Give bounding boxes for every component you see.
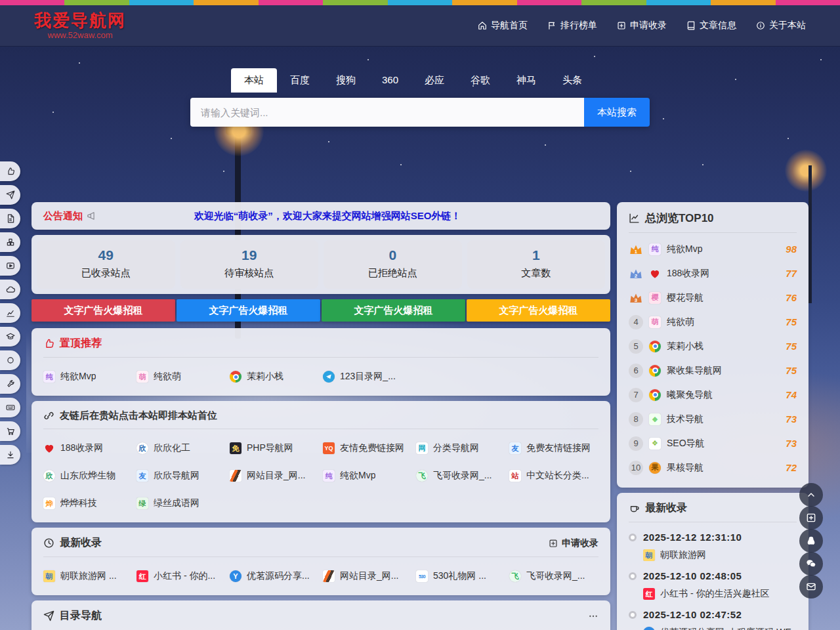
rank-badge: 10 bbox=[629, 461, 643, 475]
site-favicon: 烨 bbox=[43, 497, 55, 509]
site-link[interactable]: 烨烨烨科技 bbox=[43, 497, 133, 509]
stat-cell[interactable]: 0已拒绝站点 bbox=[324, 240, 462, 289]
site-favicon: 飞 bbox=[416, 470, 428, 482]
site-link[interactable]: 站中文站长分类... bbox=[509, 470, 598, 482]
search-tab-神马[interactable]: 神马 bbox=[503, 68, 549, 93]
latest-included-title: 最新收录 bbox=[60, 536, 102, 550]
dock-wrench-button[interactable] bbox=[0, 374, 20, 394]
ad-banner-3[interactable]: 文字广告火爆招租 bbox=[322, 299, 465, 322]
top10-row[interactable]: 5茉莉小栈75 bbox=[629, 334, 797, 358]
top10-row[interactable]: 6聚收集导航网75 bbox=[629, 358, 797, 383]
stat-cell[interactable]: 1文章数 bbox=[467, 240, 606, 289]
site-link[interactable]: 网站目录_网... bbox=[323, 570, 412, 582]
top10-row[interactable]: 3樱樱花导航76 bbox=[629, 285, 797, 310]
dock-graduation-cap-button[interactable] bbox=[0, 327, 20, 346]
float-plus-square-button[interactable] bbox=[799, 506, 823, 530]
nav-item-4[interactable]: 文章信息 bbox=[686, 20, 736, 32]
site-favicon: 萌 bbox=[649, 316, 661, 328]
site-link[interactable]: 欣欣欣化工 bbox=[136, 442, 226, 454]
float-qq-button[interactable] bbox=[799, 529, 823, 553]
dock-download-button[interactable] bbox=[0, 445, 20, 465]
search-tab-头条[interactable]: 头条 bbox=[549, 68, 595, 93]
site-favicon: 免 bbox=[230, 442, 242, 454]
top10-row[interactable]: 8◆技术导航73 bbox=[629, 407, 797, 431]
plus-square-icon bbox=[549, 539, 558, 548]
rank-badge: 1 bbox=[629, 242, 643, 257]
stat-cell[interactable]: 49已收录站点 bbox=[37, 240, 175, 289]
site-link[interactable]: 友欣欣导航网 bbox=[136, 470, 226, 482]
nav-item-3[interactable]: 申请收录 bbox=[617, 20, 667, 32]
site-link[interactable]: 纯纯欲Mvp bbox=[43, 371, 133, 383]
site-name: 纯欲萌 bbox=[154, 371, 181, 383]
nav-item-5[interactable]: 关于本站 bbox=[756, 20, 806, 32]
top10-row[interactable]: 10果果核导航72 bbox=[629, 455, 797, 480]
site-link[interactable]: 188收录网 bbox=[43, 442, 133, 454]
dock-circle-button[interactable] bbox=[0, 350, 20, 370]
dock-cloud-button[interactable] bbox=[0, 280, 20, 299]
site-name: 山东欣烨生物 bbox=[60, 470, 116, 482]
nav-item-2[interactable]: 排行榜单 bbox=[547, 20, 597, 32]
site-name: 朝联旅游网 bbox=[660, 549, 706, 561]
stat-cell[interactable]: 19待审核站点 bbox=[180, 240, 319, 289]
announcement-text[interactable]: 欢迎光临“萌收录”，欢迎大家来提交网站增强网站SEO外链！ bbox=[96, 210, 598, 222]
dock-keyboard-button[interactable] bbox=[0, 398, 20, 417]
site-link[interactable]: 网分类导航网 bbox=[416, 442, 505, 454]
site-link[interactable]: 网站目录_网... bbox=[230, 470, 319, 482]
search-button[interactable]: 本站搜索 bbox=[584, 98, 650, 127]
timeline-dot-icon bbox=[629, 611, 637, 619]
dock-file-button[interactable] bbox=[0, 209, 20, 228]
site-link[interactable]: 朝朝联旅游网 ... bbox=[43, 570, 133, 582]
site-link[interactable]: 欣山东欣烨生物 bbox=[43, 470, 133, 482]
timeline-site-link[interactable]: Y优茗源码分享网-小程序源码-WE... bbox=[643, 627, 797, 630]
site-link[interactable]: Y优茗源码分享... bbox=[230, 570, 319, 582]
latest-included-list: 朝朝联旅游网 ...红小红书 - 你的...Y优茗源码分享...网站目录_网..… bbox=[43, 570, 598, 582]
float-wechat-button[interactable] bbox=[799, 552, 823, 576]
site-link[interactable]: 萌纯欲萌 bbox=[136, 371, 226, 383]
site-link[interactable]: 绿绿丝成语网 bbox=[136, 497, 226, 509]
site-link[interactable]: YQ友情免费链接网 bbox=[323, 442, 412, 454]
ad-banner-1[interactable]: 文字广告火爆招租 bbox=[32, 299, 175, 322]
friend-links-panel: 友链后在贵站点击本站即排本站首位 188收录网欣欣欣化工免PHP导航网YQ友情免… bbox=[32, 401, 610, 522]
search-tab-必应[interactable]: 必应 bbox=[411, 68, 457, 93]
search-tab-360[interactable]: 360 bbox=[369, 68, 411, 93]
search-tab-本站[interactable]: 本站 bbox=[231, 68, 277, 93]
dock-paper-plane-button[interactable] bbox=[0, 185, 20, 205]
nav-item-1[interactable]: 导航首页 bbox=[478, 20, 528, 32]
top10-row[interactable]: 7曦聚兔导航74 bbox=[629, 383, 797, 407]
site-link[interactable]: 飞飞哥收录网_... bbox=[509, 570, 598, 582]
rank-badge: 5 bbox=[629, 339, 643, 354]
timeline-site-link[interactable]: 红小红书 - 你的生活兴趣社区 bbox=[643, 588, 797, 600]
link-icon bbox=[43, 410, 54, 421]
apply-inclusion-link[interactable]: 申请收录 bbox=[549, 537, 598, 549]
top10-row[interactable]: 4萌纯欲萌75 bbox=[629, 310, 797, 334]
site-link[interactable]: 红小红书 - 你的... bbox=[136, 570, 226, 582]
more-options-icon[interactable] bbox=[588, 611, 598, 621]
site-logo[interactable]: 我爱导航网 www.52waw.com bbox=[34, 11, 126, 41]
ad-banner-2[interactable]: 文字广告火爆招租 bbox=[177, 299, 320, 322]
strip-segment bbox=[711, 0, 775, 5]
float-mail-button[interactable] bbox=[799, 575, 823, 598]
site-link[interactable]: 123目录网_... bbox=[323, 371, 412, 383]
top10-row[interactable]: 1纯纯欲Mvp98 bbox=[629, 237, 797, 261]
float-chevron-up-button[interactable] bbox=[799, 483, 823, 507]
dock-cubes-button[interactable] bbox=[0, 232, 20, 252]
dock-thumbs-up-button[interactable] bbox=[0, 161, 20, 181]
search-tab-谷歌[interactable]: 谷歌 bbox=[457, 68, 503, 93]
site-link[interactable]: 纯纯欲Mvp bbox=[323, 470, 412, 482]
ad-banner-4[interactable]: 文字广告火爆招租 bbox=[467, 299, 610, 322]
search-input[interactable] bbox=[190, 98, 584, 127]
dock-chart-line-button[interactable] bbox=[0, 303, 20, 323]
site-link[interactable]: 530530礼物网 ... bbox=[416, 570, 505, 582]
dock-video-button[interactable] bbox=[0, 256, 20, 276]
dock-cart-button[interactable] bbox=[0, 421, 20, 441]
search-tab-百度[interactable]: 百度 bbox=[277, 68, 323, 93]
site-link[interactable]: 友免费友情链接网 bbox=[509, 442, 598, 454]
site-link[interactable]: 茉莉小栈 bbox=[230, 371, 319, 383]
top10-row[interactable]: 9❖SEO导航73 bbox=[629, 431, 797, 455]
site-link[interactable]: 飞飞哥收录网_... bbox=[416, 470, 505, 482]
timeline-site-link[interactable]: 朝朝联旅游网 bbox=[643, 549, 797, 561]
top10-row[interactable]: 2188收录网77 bbox=[629, 261, 797, 285]
stat-label: 待审核站点 bbox=[180, 267, 319, 280]
search-tab-搜狗[interactable]: 搜狗 bbox=[323, 68, 369, 93]
site-link[interactable]: 免PHP导航网 bbox=[230, 442, 319, 454]
